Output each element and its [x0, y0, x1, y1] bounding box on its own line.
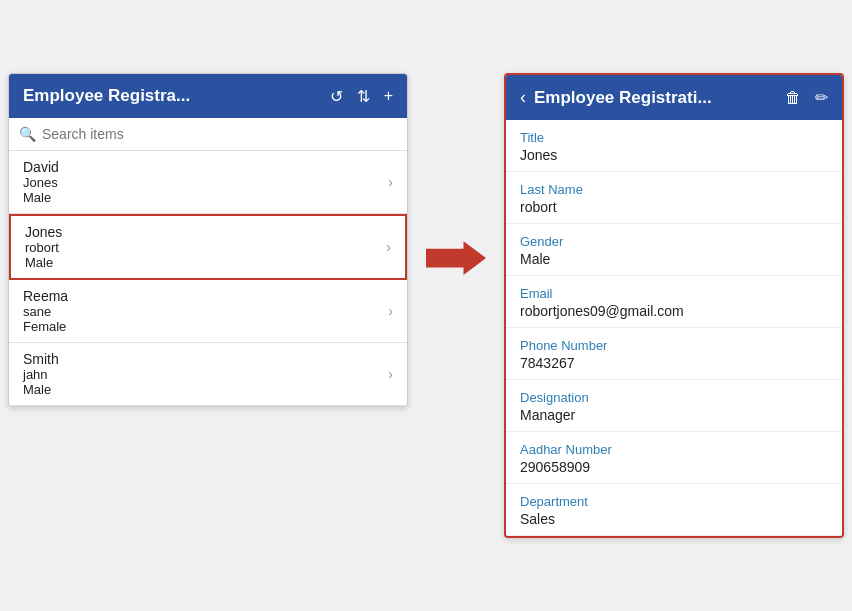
main-container: Employee Registra... ↺ ⇅ + 🔍 David Jones… — [0, 53, 852, 558]
detail-label: Designation — [520, 390, 828, 405]
detail-label: Aadhar Number — [520, 442, 828, 457]
arrow-container — [418, 233, 494, 283]
item-first: Jones — [25, 224, 62, 240]
detail-label: Department — [520, 494, 828, 509]
detail-label: Last Name — [520, 182, 828, 197]
edit-icon[interactable]: ✏ — [815, 88, 828, 107]
detail-label: Email — [520, 286, 828, 301]
chevron-icon: › — [386, 239, 391, 255]
chevron-icon: › — [388, 366, 393, 382]
item-third: Female — [23, 319, 68, 334]
list-item-text: David Jones Male — [23, 159, 59, 205]
detail-section: Phone Number 7843267 — [506, 328, 842, 380]
detail-section: Aadhar Number 290658909 — [506, 432, 842, 484]
item-second: jahn — [23, 367, 59, 382]
list-item[interactable]: David Jones Male › — [9, 151, 407, 214]
search-icon: 🔍 — [19, 126, 36, 142]
list-item-text: Smith jahn Male — [23, 351, 59, 397]
detail-value: Sales — [520, 511, 828, 527]
add-icon[interactable]: + — [384, 87, 393, 105]
item-second: sane — [23, 304, 68, 319]
item-third: Male — [23, 382, 59, 397]
right-header-icons: 🗑 ✏ — [785, 88, 828, 107]
right-panel: ‹ Employee Registrati... 🗑 ✏ Title Jones… — [504, 73, 844, 538]
list-item-text: Jones robort Male — [25, 224, 62, 270]
detail-value: robort — [520, 199, 828, 215]
left-panel-title: Employee Registra... — [23, 86, 330, 106]
item-first: Smith — [23, 351, 59, 367]
item-first: Reema — [23, 288, 68, 304]
chevron-icon: › — [388, 174, 393, 190]
list-item[interactable]: Reema sane Female › — [9, 280, 407, 343]
item-second: Jones — [23, 175, 59, 190]
right-panel-title: Employee Registrati... — [534, 88, 777, 108]
back-icon[interactable]: ‹ — [520, 87, 526, 108]
detail-value: Male — [520, 251, 828, 267]
detail-value: Manager — [520, 407, 828, 423]
detail-section: Gender Male — [506, 224, 842, 276]
detail-section: Email robortjones09@gmail.com — [506, 276, 842, 328]
refresh-icon[interactable]: ↺ — [330, 87, 343, 106]
item-third: Male — [25, 255, 62, 270]
list-item[interactable]: Smith jahn Male › — [9, 343, 407, 406]
detail-value: 290658909 — [520, 459, 828, 475]
detail-label: Gender — [520, 234, 828, 249]
list-item-text: Reema sane Female — [23, 288, 68, 334]
detail-container: Title Jones Last Name robort Gender Male… — [506, 120, 842, 536]
detail-label: Phone Number — [520, 338, 828, 353]
item-second: robort — [25, 240, 62, 255]
left-panel: Employee Registra... ↺ ⇅ + 🔍 David Jones… — [8, 73, 408, 407]
list-container: David Jones Male › Jones robort Male › R… — [9, 151, 407, 406]
detail-value: 7843267 — [520, 355, 828, 371]
right-panel-header: ‹ Employee Registrati... 🗑 ✏ — [506, 75, 842, 120]
search-bar: 🔍 — [9, 118, 407, 151]
detail-label: Title — [520, 130, 828, 145]
detail-section: Department Sales — [506, 484, 842, 536]
detail-section: Designation Manager — [506, 380, 842, 432]
arrow-icon — [426, 233, 486, 283]
detail-value: robortjones09@gmail.com — [520, 303, 828, 319]
item-third: Male — [23, 190, 59, 205]
detail-section: Title Jones — [506, 120, 842, 172]
detail-value: Jones — [520, 147, 828, 163]
svg-marker-0 — [426, 241, 486, 275]
detail-section: Last Name robort — [506, 172, 842, 224]
item-first: David — [23, 159, 59, 175]
left-panel-header: Employee Registra... ↺ ⇅ + — [9, 74, 407, 118]
search-input[interactable] — [42, 126, 397, 142]
list-item[interactable]: Jones robort Male › — [9, 214, 407, 280]
left-header-icons: ↺ ⇅ + — [330, 87, 393, 106]
sort-icon[interactable]: ⇅ — [357, 87, 370, 106]
chevron-icon: › — [388, 303, 393, 319]
trash-icon[interactable]: 🗑 — [785, 89, 801, 107]
